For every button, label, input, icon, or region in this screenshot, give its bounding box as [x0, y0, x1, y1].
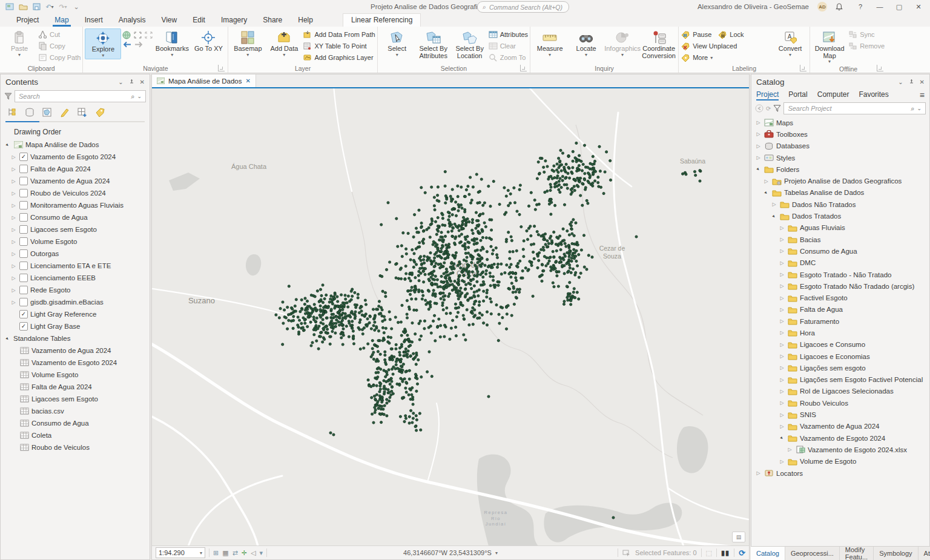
- customize-qat-icon[interactable]: ⌄: [71, 2, 81, 11]
- expander-collapsed-icon[interactable]: ▷: [779, 412, 785, 418]
- dock-tab-modifyfeatu[interactable]: Modify Featu...: [840, 547, 874, 560]
- contents-item[interactable]: ▷✓Vazamento de Esgoto 2024: [1, 151, 150, 163]
- contents-item[interactable]: Falta de Agua 2024: [1, 381, 150, 393]
- expander-collapsed-icon[interactable]: ▷: [779, 272, 785, 277]
- catalog-item[interactable]: ▸Vazamento de Esgoto 2024: [751, 432, 929, 444]
- refresh-icon[interactable]: ⟳: [739, 548, 745, 558]
- chevron-down-icon[interactable]: ⌄: [917, 105, 922, 111]
- expander-collapsed-icon[interactable]: ▷: [779, 307, 785, 312]
- layout-icon[interactable]: ⬚: [706, 549, 712, 557]
- catalog-item[interactable]: ▷Vazamento de Agua 2024: [751, 421, 929, 432]
- layer-checkbox[interactable]: ✓: [19, 322, 28, 331]
- contents-item[interactable]: ▷Consumo de Agua: [1, 211, 150, 223]
- audio-icon[interactable]: ◁: [251, 549, 256, 557]
- sync-views-icon[interactable]: ⇄: [232, 549, 238, 557]
- catalog-item[interactable]: ▷Toolboxes: [751, 128, 929, 140]
- expander-collapsed-icon[interactable]: ▷: [779, 354, 785, 359]
- catalog-tab-favorites[interactable]: Favorites: [859, 90, 888, 100]
- contents-item[interactable]: ▷Volume Esgoto: [1, 236, 150, 248]
- list-by-selection-icon[interactable]: [42, 107, 53, 117]
- expander-collapsed-icon[interactable]: ▷: [10, 215, 17, 220]
- catalog-tab-portal[interactable]: Portal: [788, 90, 807, 100]
- notifications-bell-icon[interactable]: [836, 3, 846, 11]
- dock-tab-geoprocessi[interactable]: Geoprocessi...: [785, 547, 840, 560]
- map-overflow-button[interactable]: ▤: [732, 532, 745, 542]
- catalog-item[interactable]: ▷Databases: [751, 140, 929, 152]
- list-by-drawing-order-icon[interactable]: [7, 107, 18, 117]
- next-extent-icon[interactable]: [134, 41, 143, 48]
- expander-collapsed-icon[interactable]: ▷: [763, 179, 770, 184]
- catalog-item[interactable]: ▷SNIS: [751, 409, 929, 420]
- expander-collapsed-icon[interactable]: ▷: [755, 131, 762, 137]
- expander-collapsed-icon[interactable]: ▷: [755, 143, 762, 149]
- close-panel-icon[interactable]: ✕: [920, 79, 925, 85]
- catalog-item[interactable]: ▷Hora: [751, 327, 929, 338]
- dock-tab-catalog[interactable]: Catalog: [751, 547, 785, 560]
- more-button[interactable]: More▾: [681, 53, 713, 62]
- expander-expanded-icon[interactable]: ▸: [3, 334, 12, 343]
- ribbon-tab-analysis[interactable]: Analysis: [111, 14, 154, 27]
- dock-tab-attributes[interactable]: Attributes: [918, 547, 930, 560]
- contents-item[interactable]: ▸Mapa Análise de Dados: [1, 139, 150, 151]
- expander-collapsed-icon[interactable]: ▷: [755, 155, 762, 160]
- layer-checkbox[interactable]: [19, 262, 28, 270]
- clear-button[interactable]: Clear: [489, 41, 528, 51]
- layer-checkbox[interactable]: [19, 201, 28, 209]
- expander-collapsed-icon[interactable]: ▷: [10, 288, 17, 293]
- new-project-icon[interactable]: [5, 2, 15, 11]
- catalog-item[interactable]: ▷Ligacoes e Economias: [751, 351, 929, 362]
- expander-collapsed-icon[interactable]: ▷: [779, 260, 785, 266]
- layer-checkbox[interactable]: ✓: [19, 310, 28, 318]
- contents-item[interactable]: bacias.csv: [1, 405, 150, 417]
- pin-icon[interactable]: [129, 79, 134, 85]
- redo-icon[interactable]: ↷▾: [58, 2, 68, 11]
- menu-icon[interactable]: ≡: [920, 90, 925, 100]
- contents-item[interactable]: ▷Ligacoes sem Esgoto: [1, 223, 150, 236]
- minimize-button[interactable]: —: [874, 3, 885, 10]
- layer-checkbox[interactable]: [19, 237, 28, 246]
- catalog-search-input[interactable]: Search Project ⌕ ⌄: [783, 102, 926, 114]
- attributes-button[interactable]: Attributes: [489, 30, 528, 39]
- layer-checkbox[interactable]: [19, 225, 28, 234]
- map-canvas[interactable]: Água ChataSuzanoMogi dasCruzesCezar deSo…: [152, 88, 749, 546]
- contents-item[interactable]: ✓Light Gray Base: [1, 320, 150, 332]
- pin-icon[interactable]: [909, 79, 914, 85]
- undo-icon[interactable]: ↶▾: [45, 2, 54, 11]
- expander-collapsed-icon[interactable]: ▷: [779, 389, 785, 394]
- catalog-item[interactable]: ▷Ligações sem esgoto: [751, 362, 929, 374]
- copy-button[interactable]: Copy: [38, 41, 81, 51]
- help-icon[interactable]: ?: [855, 3, 866, 10]
- expander-collapsed-icon[interactable]: ▷: [779, 318, 785, 324]
- chevron-down-icon[interactable]: ⌄: [898, 79, 903, 85]
- expander-collapsed-icon[interactable]: ▷: [779, 283, 785, 289]
- expander-collapsed-icon[interactable]: ▷: [10, 154, 17, 160]
- layer-checkbox[interactable]: [19, 213, 28, 222]
- catalog-item[interactable]: ▷Bacias: [751, 234, 929, 245]
- catalog-item[interactable]: ▷Faturamento: [751, 315, 929, 327]
- expander-collapsed-icon[interactable]: ▷: [779, 237, 785, 242]
- contents-item[interactable]: ▷Rede Esgoto: [1, 284, 150, 296]
- expander-collapsed-icon[interactable]: ▷: [10, 239, 17, 245]
- filter-funnel-icon[interactable]: [773, 105, 781, 112]
- expander-expanded-icon[interactable]: ▸: [754, 165, 762, 174]
- layer-checkbox[interactable]: [19, 189, 28, 197]
- contents-item[interactable]: ✓Light Gray Reference: [1, 308, 150, 320]
- ribbon-tab-contextual[interactable]: Linear Referencing: [343, 13, 421, 27]
- ribbon-tab-imagery[interactable]: Imagery: [213, 14, 255, 27]
- catalog-item[interactable]: ▸Tabelas Analise de Dados: [751, 187, 929, 199]
- contents-item[interactable]: ▷Licenciamento ETA e ETE: [1, 260, 150, 272]
- catalog-item[interactable]: ▷Esgoto Tratado Não Tradado (arcgis): [751, 280, 929, 292]
- expander-collapsed-icon[interactable]: ▷: [779, 248, 785, 254]
- catalog-item[interactable]: ▷Projeto Analise de Dados Geograficos: [751, 175, 929, 186]
- layer-checkbox[interactable]: [19, 298, 28, 306]
- expander-collapsed-icon[interactable]: ▷: [779, 330, 785, 335]
- catalog-item[interactable]: ▷Ligações sem Esgoto Factivel Potencial: [751, 374, 929, 386]
- catalog-item[interactable]: ▷Esgoto Tratado - Não Tratado: [751, 269, 929, 280]
- catalog-item[interactable]: ▸Folders: [751, 163, 929, 175]
- pause-button[interactable]: Pause: [681, 30, 711, 39]
- expander-collapsed-icon[interactable]: ▷: [10, 179, 17, 184]
- expander-collapsed-icon[interactable]: ▷: [779, 295, 785, 301]
- expander-collapsed-icon[interactable]: ▷: [10, 227, 17, 232]
- layer-checkbox[interactable]: [19, 274, 28, 282]
- catalog-item[interactable]: ▷Locators: [751, 467, 929, 479]
